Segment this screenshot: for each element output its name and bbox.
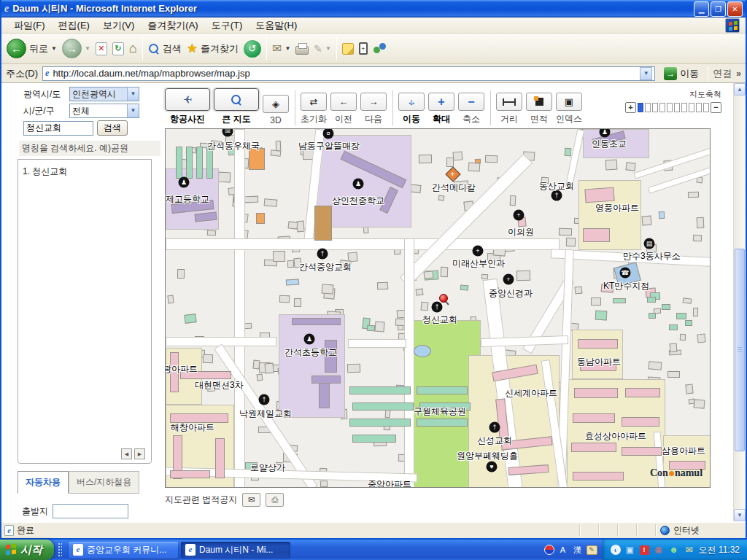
map-scale-control: 지도축척 + − [625, 89, 721, 113]
scale-cell-4[interactable] [659, 103, 665, 112]
zoom-out-button[interactable]: − [711, 102, 721, 113]
map-canvas[interactable]: ✉간석동우체국¤남동구알뜰매장♟제고등학교♟상인천중학교+간석메디칼♟인동초교†… [165, 128, 711, 488]
quick-launch-grip[interactable] [58, 542, 62, 557]
back-button[interactable]: ← 뒤로 ▼ [7, 39, 57, 58]
zoom-in-button[interactable]: + [625, 102, 636, 113]
messenger-icon[interactable]: ☻ [668, 544, 680, 556]
map-watermark-logo: Connamul [650, 467, 703, 479]
map-building [622, 447, 662, 456]
map-tool-zoomin[interactable]: +확대 [428, 93, 454, 125]
start-button[interactable]: 시작 [0, 540, 54, 560]
scale-cell-1[interactable] [638, 103, 643, 112]
scroll-up-icon[interactable]: ▲ [734, 83, 746, 96]
ime-toolbar-icon[interactable]: ✎ [587, 545, 597, 555]
menu-item-도움말(H)[interactable]: 도움말(H) [249, 18, 303, 34]
ime-hanja-indicator[interactable]: 漢 [572, 544, 584, 556]
map-tool-label: 거리 [496, 113, 522, 125]
back-dropdown-icon[interactable]: ▼ [51, 45, 57, 52]
search-result-item[interactable]: 1. 청신교회 [23, 166, 147, 178]
ime-english-indicator[interactable]: A [557, 544, 569, 556]
taskbar-task-active[interactable]: eDaum 시티N - Mi... [181, 542, 290, 559]
print-button[interactable] [295, 43, 309, 55]
map-building [613, 298, 626, 303]
map-tool-next[interactable]: →다음 [360, 93, 387, 125]
forward-button[interactable]: → ▼ [62, 39, 90, 58]
favorites-button[interactable]: ★ 즐겨찾기 [187, 41, 239, 56]
region-select-label: 광역시/도 [23, 88, 66, 101]
map-tool-reset[interactable]: ⇄초기화 [301, 93, 327, 125]
map-building [689, 399, 695, 405]
menu-item-편집(E)[interactable]: 편집(E) [52, 18, 96, 34]
refresh-button[interactable]: ↻ [112, 42, 124, 55]
map-tool-threed[interactable]: ◈3D [263, 95, 289, 125]
district-select[interactable]: 전체 ▼ [69, 104, 139, 118]
map-poi-label: 미래산부인과 [452, 257, 505, 270]
maximize-button[interactable]: ❐ [711, 1, 726, 17]
menu-item-도구(T)[interactable]: 도구(T) [205, 18, 249, 34]
map-tool-area[interactable]: 면적 [526, 93, 552, 125]
links-label[interactable]: 연결 [713, 67, 732, 80]
stop-button[interactable]: ✕ [96, 42, 107, 55]
place-search-button[interactable]: 검색 [97, 120, 128, 136]
scale-cell-9[interactable] [696, 103, 702, 112]
map-mail-button[interactable]: ✉ [242, 493, 260, 507]
links-overflow-icon[interactable]: » [736, 69, 741, 79]
scrollbar-thumb[interactable] [735, 249, 745, 451]
tab-자동차용[interactable]: 자동차용 [18, 471, 69, 494]
messenger-button[interactable] [373, 42, 387, 55]
scale-cell-3[interactable] [652, 103, 658, 112]
taskbar-task-inactive[interactable]: e중앙교우회 커뮤니... [69, 542, 178, 559]
map-tool-distance[interactable]: 거리 [496, 93, 522, 125]
mail-dropdown-icon[interactable]: ▼ [285, 45, 290, 52]
map-tool-zoomout[interactable]: −축소 [458, 93, 484, 125]
history-button[interactable]: ↺ [244, 40, 261, 58]
menu-item-즐겨찾기(A)[interactable]: 즐겨찾기(A) [141, 18, 204, 34]
map-tool-prev[interactable]: ←이전 [330, 93, 357, 125]
go-button[interactable]: → 이동 [659, 67, 703, 80]
search-button[interactable]: 검색 [148, 42, 182, 55]
notes-app-button[interactable] [342, 43, 354, 55]
minimize-button[interactable]: ▁ [694, 1, 709, 17]
vertical-scrollbar[interactable]: ▲ ▼ [733, 83, 746, 521]
place-search-input[interactable] [23, 121, 93, 136]
menu-item-파일(F)[interactable]: 파일(F) [7, 18, 52, 34]
ime-lang-icon[interactable] [544, 545, 554, 555]
chevron-down-icon[interactable]: ▼ [127, 104, 139, 117]
map-building [279, 295, 290, 303]
scale-cell-7[interactable] [681, 103, 687, 112]
hidden-icons-button[interactable]: ‹ [611, 545, 621, 555]
map-legal-link[interactable]: 지도관련 법적공지 [165, 494, 237, 506]
scale-cell-5[interactable] [667, 103, 673, 112]
address-dropdown-icon[interactable]: ▼ [640, 67, 652, 80]
map-marker-pushpin[interactable] [439, 294, 451, 306]
edit-button[interactable]: ✎ ▼ [314, 43, 331, 55]
map-tool-plane[interactable]: ✈항공사진 [165, 88, 210, 125]
scroll-down-icon[interactable]: ▼ [734, 509, 746, 521]
security-alert-icon[interactable]: ! [640, 545, 649, 555]
scale-cell-10[interactable] [703, 103, 709, 112]
tab-버스/지하철용[interactable]: 버스/지하철용 [69, 471, 139, 494]
mail-notify-icon[interactable]: ✉ [684, 544, 695, 556]
media-app-icon[interactable]: ❊ [653, 544, 665, 556]
address-input[interactable]: e http://local.daum.net/map/mapbrowser/m… [42, 66, 655, 81]
results-next-page-button[interactable]: ▶ [134, 448, 145, 459]
network-icon[interactable]: ▣ [624, 544, 636, 556]
mail-button[interactable]: ✉ ▼ [272, 42, 290, 55]
device-app-button[interactable]: + [359, 42, 368, 55]
map-tool-move[interactable]: 이동 [398, 93, 425, 125]
close-button[interactable]: ✕ [727, 1, 743, 17]
map-tool-zoommap[interactable]: 큰 지도 [214, 88, 259, 125]
results-prev-page-button[interactable]: ◀ [121, 448, 132, 459]
route-start-input[interactable] [53, 504, 128, 518]
scale-cell-6[interactable] [674, 103, 680, 112]
menu-item-보기(V)[interactable]: 보기(V) [96, 18, 141, 34]
map-tool-index[interactable]: ▣인덱스 [556, 93, 582, 125]
scale-cell-2[interactable] [645, 103, 651, 112]
chevron-down-icon[interactable]: ▼ [127, 88, 139, 101]
scrollbar-track[interactable] [734, 96, 746, 509]
region-select[interactable]: 인천광역시 ▼ [69, 87, 139, 101]
scale-cell-8[interactable] [689, 103, 694, 112]
map-print-button[interactable]: ⎙ [266, 493, 284, 507]
home-button[interactable]: ⌂ [129, 41, 137, 56]
address-url[interactable]: http://local.daum.net/map/mapbrowser/map… [53, 68, 636, 79]
